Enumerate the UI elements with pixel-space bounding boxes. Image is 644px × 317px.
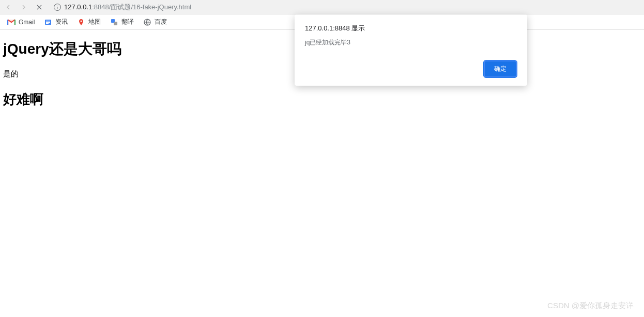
bookmark-label: 翻译 [121, 18, 134, 26]
svg-rect-5 [46, 23, 49, 24]
bookmark-label: 地图 [88, 18, 101, 26]
svg-point-6 [81, 20, 82, 22]
browser-toolbar: i 127.0.0.1:8848/面试题/16-fake-jQuery.html [0, 0, 644, 14]
url-path: /面试题/16-fake-jQuery.html [109, 3, 191, 11]
bookmark-label: 资讯 [55, 18, 68, 26]
heading-2: 好难啊 [3, 90, 641, 108]
bookmark-news[interactable]: 资讯 [44, 18, 68, 26]
bookmark-maps[interactable]: 地图 [77, 18, 101, 26]
dialog-title: 127.0.0.1:8848 显示 [305, 24, 517, 33]
translate-icon [110, 18, 118, 26]
watermark: CSDN @爱你孤身走安详 [547, 301, 634, 311]
svg-rect-3 [46, 21, 50, 22]
forward-button[interactable] [20, 3, 28, 11]
gmail-icon [7, 18, 16, 26]
globe-icon [143, 18, 151, 26]
back-button[interactable] [4, 3, 12, 11]
maps-icon [77, 18, 85, 26]
news-icon [44, 18, 52, 26]
bookmark-baidu[interactable]: 百度 [143, 18, 167, 26]
url-host: 127.0.0.1 [64, 3, 92, 11]
bookmark-label: 百度 [155, 18, 167, 26]
url-port: :8848 [92, 3, 109, 11]
url-text: 127.0.0.1:8848/面试题/16-fake-jQuery.html [64, 3, 191, 12]
bookmark-translate[interactable]: 翻译 [110, 18, 134, 26]
svg-rect-8 [114, 22, 117, 25]
stop-button[interactable] [35, 3, 43, 11]
svg-rect-4 [46, 22, 50, 23]
dialog-actions: 确定 [305, 60, 517, 77]
site-info-icon[interactable]: i [54, 4, 61, 11]
url-bar[interactable]: i 127.0.0.1:8848/面试题/16-fake-jQuery.html [51, 1, 640, 13]
bookmark-gmail[interactable]: Gmail [7, 18, 35, 26]
svg-rect-1 [14, 20, 16, 25]
ok-button[interactable]: 确定 [484, 60, 517, 77]
alert-dialog: 127.0.0.1:8848 显示 jq已经加载完毕3 确定 [295, 14, 527, 86]
bookmark-label: Gmail [19, 19, 35, 26]
svg-rect-0 [7, 20, 8, 25]
dialog-message: jq已经加载完毕3 [305, 38, 517, 47]
